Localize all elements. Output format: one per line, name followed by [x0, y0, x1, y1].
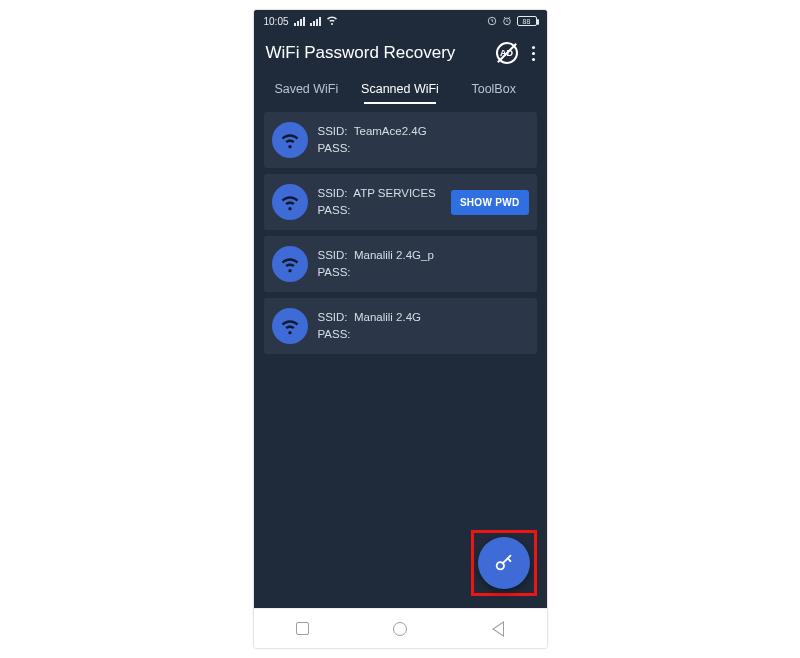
app-screen: 10:05 88 WiFi Password Recovery AD Saved [254, 10, 547, 608]
status-left: 10:05 [264, 14, 338, 28]
alarm-icon [502, 16, 512, 26]
status-bar: 10:05 88 [254, 10, 547, 32]
wifi-icon [272, 122, 308, 158]
wifi-icon [272, 184, 308, 220]
network-row[interactable]: SSID: Manalili 2.4G PASS: [264, 298, 537, 354]
network-row[interactable]: SSID: TeamAce2.4G PASS: [264, 112, 537, 168]
network-info: SSID: Manalili 2.4G_p PASS: [318, 247, 529, 280]
battery-icon: 88 [517, 16, 537, 26]
network-row[interactable]: SSID: Manalili 2.4G_p PASS: [264, 236, 537, 292]
dnd-icon [487, 16, 497, 26]
fab-highlight [471, 530, 537, 596]
network-row[interactable]: SSID: ATP SERVICES PASS: SHOW PWD [264, 174, 537, 230]
header-actions: AD [496, 42, 535, 64]
key-icon [493, 552, 515, 574]
app-title: WiFi Password Recovery [266, 43, 456, 63]
signal-icon [310, 17, 321, 26]
app-header: WiFi Password Recovery AD [254, 32, 547, 70]
tab-toolbox[interactable]: ToolBox [447, 74, 541, 106]
recent-apps-button[interactable] [293, 620, 311, 638]
tab-saved-wifi[interactable]: Saved WiFi [260, 74, 354, 106]
signal-icon [294, 17, 305, 26]
status-time: 10:05 [264, 16, 289, 27]
show-password-button[interactable]: SHOW PWD [451, 190, 529, 215]
back-button[interactable] [489, 620, 507, 638]
tab-scanned-wifi[interactable]: Scanned WiFi [353, 74, 447, 106]
tabs: Saved WiFi Scanned WiFi ToolBox [254, 70, 547, 106]
network-info: SSID: Manalili 2.4G PASS: [318, 309, 529, 342]
network-info: SSID: ATP SERVICES PASS: [318, 185, 441, 218]
no-ads-icon[interactable]: AD [496, 42, 518, 64]
android-nav-bar [254, 608, 547, 648]
phone-frame: 10:05 88 WiFi Password Recovery AD Saved [253, 9, 548, 649]
wifi-icon [272, 308, 308, 344]
network-list: SSID: TeamAce2.4G PASS: SSID: ATP SERVIC… [254, 106, 547, 360]
network-info: SSID: TeamAce2.4G PASS: [318, 123, 529, 156]
key-fab-button[interactable] [478, 537, 530, 589]
wifi-status-icon [326, 14, 338, 28]
wifi-icon [272, 246, 308, 282]
overflow-menu-icon[interactable] [532, 46, 535, 61]
home-button[interactable] [391, 620, 409, 638]
status-right: 88 [487, 16, 537, 26]
